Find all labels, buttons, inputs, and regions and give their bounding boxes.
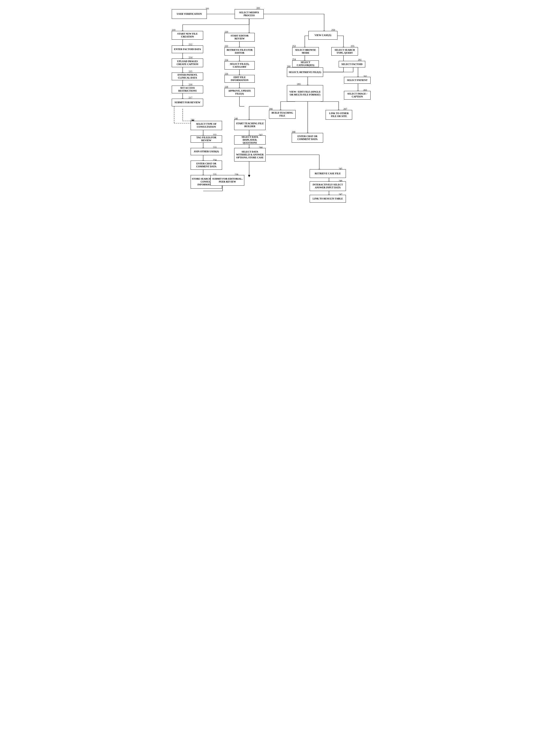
select-browse-mode-box: SELECT BROWSE MODE: [292, 47, 319, 56]
ref-268: 268: [292, 131, 295, 133]
approve-update-box: APPROVE, UPDATE FILE(S): [225, 88, 255, 97]
ref-214: 214: [189, 56, 192, 59]
ref-215: 215: [189, 70, 192, 73]
tag-files-review-box: TAG FILE(S) FOR REVIEW: [190, 135, 222, 143]
link-results-table-box: LINK TO RESULTS TABLE: [310, 195, 346, 203]
select-search-type-box: SELECT SEARCH TYPE, QUERY: [331, 47, 358, 56]
ref-254: 254: [292, 58, 296, 61]
select-files-cat-box: SELECT FILE(S), CATEGORY: [225, 61, 255, 70]
ref-266: 266: [269, 108, 272, 110]
enter-patient-box: ENTER PATIENT, CLINICAL DATA: [172, 73, 203, 80]
ref-224: 224: [225, 59, 228, 61]
start-editor-box: START EDITOR REVIEW: [225, 33, 255, 42]
enter-chat-268-box: ENTER CHAT OR COMMENT DATA: [292, 133, 323, 143]
ref-261: 261: [358, 58, 362, 61]
build-teaching-file-box: BUILD TEACHING FILE: [269, 110, 296, 119]
select-image-caption-box: SELECT IMAGE / CAPTION: [344, 91, 371, 99]
edit-file-info-box: EDIT FILE INFORMATION: [225, 75, 255, 83]
retrieve-case-file-box: RETRIEVE CASE FILE: [310, 169, 346, 178]
ref-220: 220: [225, 30, 228, 33]
ref-233: 233: [213, 146, 217, 149]
user-verification-box: USER VERIFICATION: [172, 9, 207, 19]
ref-246: 246: [339, 179, 342, 182]
enter-factoid-box: ENTER FACTOID DATA: [172, 46, 203, 53]
select-factoid-box: SELECT FACTOID: [339, 61, 365, 67]
ref-255: 255: [351, 45, 354, 47]
ref-240: 240: [234, 117, 238, 120]
start-new-file-box: START NEW FILE CREATION: [172, 31, 203, 40]
ref-245: 245: [339, 167, 342, 170]
interactively-select-box: INTERACTIVELY SELECT ANSWER INPUT DATA: [310, 181, 346, 191]
ref-210: 210: [172, 28, 175, 31]
ref-242: 242: [259, 133, 263, 136]
flowchart-diagram: USER VERIFICATION 201 SELECT MEDPIX PROC…: [164, 5, 373, 295]
ref-262: 262: [363, 75, 367, 78]
upload-images-box: UPLOAD IMAGES CREATE CAPTION: [172, 58, 203, 67]
ref-232: 232: [213, 133, 217, 136]
view-edit-file-box: VIEW / EDIT FILE (SINGLE OR MULTI-FILE F…: [287, 85, 323, 101]
select-patient-box: SELECT PATIENT: [344, 77, 371, 84]
enter-chat-234-box: ENTER CHAT OR COMMENT DATA: [190, 161, 222, 170]
view-cases-box: VIEW CASE(S): [309, 31, 337, 40]
select-medpix-box: SELECT MEDPIX PROCESS: [235, 9, 264, 19]
select-retrieve-files-box: SELECT, RETRIEVE FILE(S): [287, 67, 323, 77]
ref-222: 222: [225, 45, 228, 47]
set-access-box: SET ACCESS RESTRICTIONS: [172, 86, 203, 93]
ref-260: 260: [287, 65, 291, 68]
ref-250: 250: [331, 28, 335, 31]
ref-263: 263: [363, 89, 367, 92]
ref-212: 212: [189, 43, 192, 46]
ref-234: 234: [213, 159, 217, 161]
ref-252: 252: [292, 45, 296, 47]
ref-230: 230: [190, 119, 194, 121]
ref-201: 201: [206, 7, 209, 10]
join-other-users-box: JOIN OTHER USER(S): [190, 148, 222, 155]
ref-247: 247: [339, 193, 342, 196]
select-data-withheld-box: SELECT DATA WITHHELD & ANSWER OPTIONS, S…: [234, 148, 266, 162]
link-other-file-box: LINK TO OTHER FILE OR SITE: [326, 110, 352, 120]
ref-267: 267: [344, 108, 347, 110]
ref-205: 205: [256, 7, 260, 10]
select-categories-box: SELECT CATEGOR(IES): [292, 60, 319, 67]
ref-228: 228: [225, 86, 228, 88]
select-consultation-box: SELECT TYPE OF CONSULTATION: [190, 121, 222, 130]
select-data-displayed-box: SELECT DATA DISPLAYED, QUESTIONS: [234, 135, 266, 145]
ref-244: 244: [259, 146, 263, 149]
start-teaching-builder-box: START TEACHING FILE BUILDER: [234, 120, 266, 130]
ref-236: 236: [235, 173, 238, 176]
ref-265: 265: [297, 83, 301, 85]
retrieve-files-editor-box: RETRIEVE FILES FOR EDITOR: [225, 47, 255, 56]
ref-216: 216: [189, 83, 192, 86]
ref-226: 226: [225, 73, 228, 75]
submit-review-box: SUBMIT FOR REVIEW: [172, 99, 203, 106]
svg-marker-80: [248, 175, 250, 177]
submit-editorial-box: SUBMIT FOR EDITORIAL, PEER REVIEW: [210, 175, 244, 186]
ref-217: 217: [189, 96, 192, 99]
